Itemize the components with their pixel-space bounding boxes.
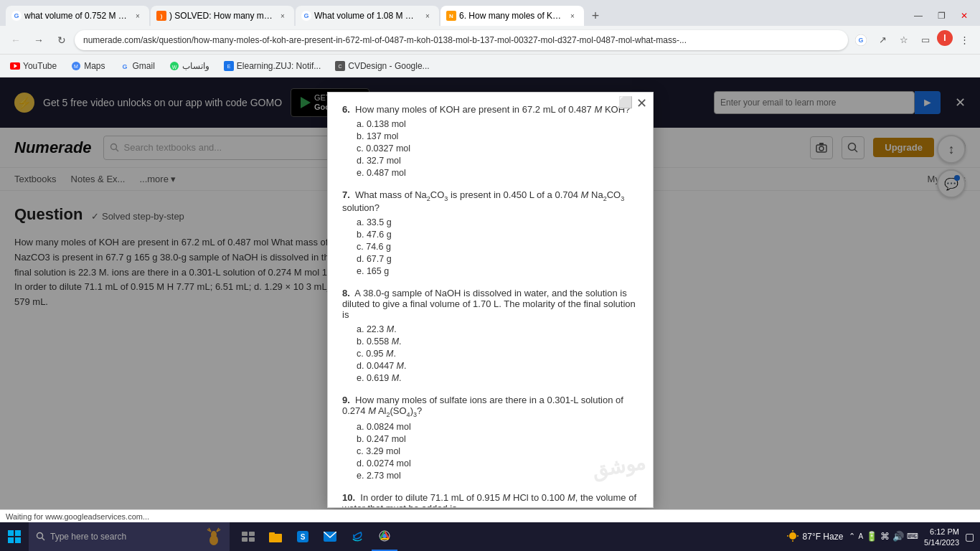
tray-input-icon[interactable]: A <box>858 532 863 540</box>
bookmark-gmail[interactable]: G Gmail <box>116 60 159 72</box>
bookmark-star-icon[interactable]: ☆ <box>894 30 914 50</box>
svg-point-29 <box>37 533 43 539</box>
svg-point-48 <box>789 532 796 540</box>
svg-text:G: G <box>303 12 308 19</box>
svg-rect-26 <box>15 530 21 536</box>
tray-battery-icon[interactable]: 🔋 <box>866 531 877 542</box>
question-block-10: 10. In order to dilute 71.1 mL of 0.915 … <box>342 492 639 508</box>
question-6-option-d: d. 32.7 mol <box>357 156 639 166</box>
file-explorer-icon <box>269 531 282 542</box>
bookmark-youtube[interactable]: YouTube <box>6 60 61 72</box>
tab-2-close[interactable]: × <box>277 10 288 22</box>
tab-restore-icon[interactable]: ❐ <box>931 6 951 26</box>
deer-icon <box>205 526 222 546</box>
tab-1-favicon: G <box>11 11 22 21</box>
google-search-icon[interactable]: G <box>851 30 871 50</box>
svg-text:G: G <box>858 37 863 44</box>
question-9-option-d: d. 0.0274 mol <box>357 458 639 468</box>
question-block-7: 7. What mass of Na2CO3 is present in 0.4… <box>342 189 639 276</box>
notification-center-button[interactable]: ▢ <box>965 531 974 542</box>
mail-icon <box>324 532 336 542</box>
forward-button[interactable]: → <box>29 30 49 50</box>
menu-icon[interactable]: ⋮ <box>954 30 974 50</box>
bookmark-whatsapp[interactable]: W واتساب <box>165 60 214 72</box>
bookmark-cvdesign[interactable]: C CVDesign - Google... <box>331 60 433 72</box>
question-7-option-e: e. 165 g <box>357 266 639 276</box>
taskbar-chrome[interactable] <box>372 522 397 551</box>
question-7-option-d: d. 67.7 g <box>357 254 639 264</box>
tab-4[interactable]: N 6. How many moles of KOH are p × <box>440 6 584 26</box>
split-screen-icon[interactable]: ▭ <box>915 30 936 50</box>
tab-2-favicon: ) <box>156 11 166 21</box>
question-10-text: 10. In order to dilute 71.1 mL of 0.915 … <box>342 492 639 508</box>
question-8-option-d: d. 0.0447 M. <box>357 361 639 371</box>
taskbar-search-bar[interactable]: Type here to search <box>29 522 230 551</box>
bookmark-maps[interactable]: M Maps <box>67 60 109 72</box>
tab-2[interactable]: ) ) SOLVED: How many moles of KC × <box>151 6 294 26</box>
elearning-favicon: E <box>224 61 234 71</box>
tray-wifi-icon[interactable]: ⌘ <box>880 531 890 542</box>
taskbar-mail[interactable] <box>317 522 343 551</box>
task-view-icon <box>242 532 255 542</box>
taskbar-microsoft-store[interactable]: S <box>290 522 316 551</box>
quiz-popup: ⬜ ✕ 6. How many moles of KOH are present… <box>327 92 654 508</box>
new-tab-button[interactable]: + <box>585 6 606 26</box>
svg-rect-28 <box>15 537 21 543</box>
chrome-icon <box>379 530 390 542</box>
weather-widget[interactable]: 87°F Haze <box>786 530 844 543</box>
svg-rect-37 <box>242 532 248 536</box>
question-8-option-c: c. 0.95 M. <box>357 349 639 359</box>
svg-rect-38 <box>249 532 255 536</box>
tab-1-close[interactable]: × <box>132 10 143 22</box>
tab-1-title: what volume of 0.752 M H2SO4 <box>24 11 129 21</box>
tab-3-close[interactable]: × <box>422 10 433 22</box>
taskbar-task-view[interactable] <box>235 522 261 551</box>
tray-expand-icon[interactable]: ⌃ <box>849 532 855 541</box>
tab-1[interactable]: G what volume of 0.752 M H2SO4 × <box>6 6 149 26</box>
tab-2-nm-icon: ) <box>156 11 166 21</box>
address-bar: ← → ↻ G ↗ ☆ ▭ I ⋮ <box>0 26 980 55</box>
popup-close-button[interactable]: ✕ <box>636 95 647 111</box>
store-icon: S <box>297 531 308 542</box>
bookmark-cvdesign-label: CVDesign - Google... <box>348 61 429 71</box>
question-9-option-a: a. 0.0824 mol <box>357 422 639 432</box>
bookmark-youtube-label: YouTube <box>23 61 57 71</box>
question-8-option-a: a. 22.3 M. <box>357 324 639 334</box>
question-block-8: 8. A 38.0-g sample of NaOH is dissolved … <box>342 288 639 383</box>
back-button[interactable]: ← <box>6 30 26 50</box>
reload-button[interactable]: ↻ <box>52 30 72 50</box>
taskbar-edge[interactable] <box>344 522 370 551</box>
tab-close-window-icon[interactable]: ✕ <box>954 6 974 26</box>
tab-3[interactable]: G What volume of 1.08 M HCl is re × <box>296 6 439 26</box>
weather-icon <box>786 530 800 543</box>
address-input[interactable] <box>75 30 848 50</box>
question-6-number: 6. <box>342 104 350 115</box>
tray-volume-icon[interactable]: 🔊 <box>892 531 904 542</box>
question-7-option-a: a. 33.5 g <box>357 217 639 227</box>
cvdesign-favicon: C <box>335 61 345 71</box>
tab-4-title: 6. How many moles of KOH are p <box>459 11 564 21</box>
system-tray: ⌃ A 🔋 ⌘ 🔊 ⌨ <box>849 531 918 542</box>
tab-2-title: ) SOLVED: How many moles of KC <box>169 11 274 21</box>
profile-icon[interactable]: I <box>937 30 953 46</box>
status-text: Waiting for www.googleadservices.com... <box>6 512 149 521</box>
bookmark-elearning[interactable]: E Elearning.ZUJ: Notif... <box>220 60 325 72</box>
tray-keyboard-icon[interactable]: ⌨ <box>907 532 918 541</box>
question-9-option-b: b. 0.247 mol <box>357 434 639 444</box>
svg-text:M: M <box>74 64 78 69</box>
question-7-option-c: c. 74.6 g <box>357 242 639 252</box>
taskbar-file-explorer[interactable] <box>263 522 288 551</box>
start-button[interactable] <box>0 522 29 551</box>
svg-rect-25 <box>8 530 14 536</box>
tab-minimize-icon[interactable]: — <box>908 6 928 26</box>
svg-text:G: G <box>122 63 127 70</box>
share-icon[interactable]: ↗ <box>872 30 892 50</box>
whatsapp-favicon: W <box>169 61 179 71</box>
tab-3-favicon: G <box>301 11 311 21</box>
popup-expand-button[interactable]: ⬜ <box>618 95 633 109</box>
tab-4-close[interactable]: × <box>567 10 578 22</box>
bookmark-gmail-label: Gmail <box>133 61 155 71</box>
svg-text:C: C <box>339 64 342 69</box>
svg-rect-39 <box>242 537 248 542</box>
taskbar-clock[interactable]: 6:12 PM 5/14/2023 <box>924 527 959 546</box>
